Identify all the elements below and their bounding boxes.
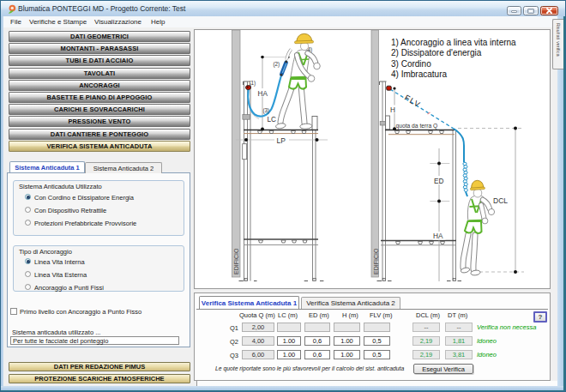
svg-text:(3): (3) (263, 107, 270, 114)
svg-text:HA: HA (258, 90, 268, 98)
svg-text:H: H (390, 106, 395, 114)
svg-text:FLV: FLV (403, 93, 423, 110)
svg-text:(1): (1) (250, 80, 256, 87)
svg-text:2) Dissipatore d'energia: 2) Dissipatore d'energia (391, 48, 482, 57)
svg-text:4) Imbracatura: 4) Imbracatura (391, 69, 447, 79)
svg-text:quota da terra Q: quota da terra Q (396, 123, 438, 130)
svg-text:DCL: DCL (493, 196, 508, 205)
svg-text:3) Cordino: 3) Cordino (391, 59, 431, 69)
svg-text:LP: LP (277, 136, 286, 145)
svg-text:EDIFICIO: EDIFICIO (373, 248, 379, 274)
svg-text:LC: LC (268, 116, 277, 124)
svg-text:(2): (2) (274, 61, 280, 68)
svg-text:EDIFICIO: EDIFICIO (233, 248, 239, 274)
svg-text:1) Ancoraggio a linea vita int: 1) Ancoraggio a linea vita interna (391, 38, 516, 47)
svg-text:ED: ED (434, 178, 443, 185)
svg-text:HA: HA (433, 232, 443, 240)
